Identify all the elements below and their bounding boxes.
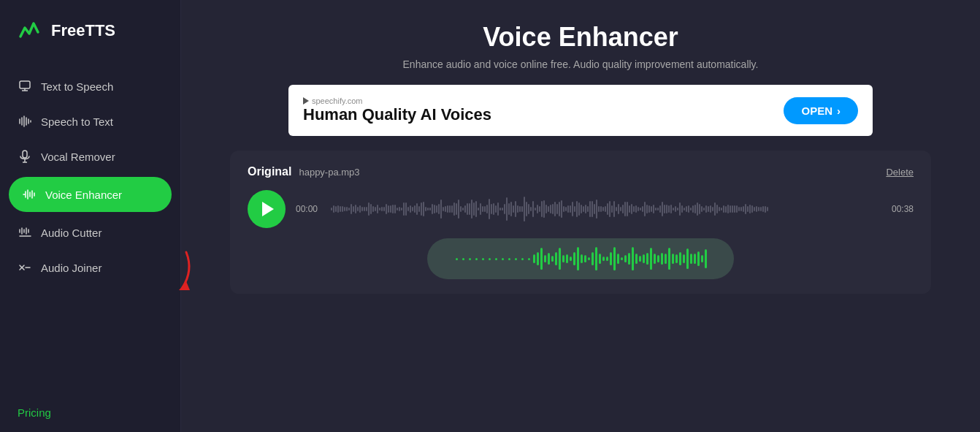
nav-items: Text to Speech Speech to Text [0,61,180,393]
sidebar-item-pricing[interactable]: Pricing [0,393,180,432]
logo-icon [15,16,44,45]
sidebar-item-text-to-speech[interactable]: Text to Speech [0,69,180,104]
sidebar-item-label-enhancer: Voice Enhancer [45,189,122,201]
stt-icon [18,114,32,129]
sidebar-item-label-vocal: Vocal Remover [41,151,115,163]
sidebar: FreeTTS Text to Speech [0,0,181,432]
sidebar-item-audio-cutter[interactable]: Audio Cutter [0,215,180,250]
ad-source: speechify.com [303,96,491,105]
delete-button[interactable]: Delete [886,167,914,178]
sidebar-item-vocal-remover[interactable]: Vocal Remover [0,139,180,174]
play-icon [262,202,274,216]
sidebar-item-label-joiner: Audio Joiner [41,262,102,274]
logo-area: FreeTTS [0,0,180,61]
ad-content: speechify.com Human Quality AI Voices [303,96,491,124]
sidebar-item-label-stt: Speech to Text [41,115,113,128]
sidebar-item-speech-to-text[interactable]: Speech to Text [0,104,180,139]
main-content: Voice Enhancer Enhance audio and voice o… [181,0,980,432]
player-row: 00:00 00:38 [248,190,914,228]
join-icon [18,260,32,275]
audio-label: Original [248,165,291,178]
time-start: 00:00 [296,204,321,214]
enhanced-waveform [427,238,734,279]
pricing-label: Pricing [18,406,51,419]
ad-play-indicator [303,97,309,105]
cut-icon [18,225,32,240]
sidebar-item-label-tts: Text to Speech [41,80,113,93]
svg-rect-9 [23,151,27,158]
time-end: 00:38 [889,204,914,214]
logo-text: FreeTTS [51,21,115,40]
ad-banner: speechify.com Human Quality AI Voices OP… [288,85,873,136]
svg-rect-0 [20,81,30,88]
ad-open-button[interactable]: OPEN › [784,97,858,124]
sidebar-item-label-cutter: Audio Cutter [41,227,102,239]
svg-marker-27 [303,97,309,105]
audio-card: Original happy-pa.mp3 Delete 00:00 00:38 [230,151,931,294]
mic-icon [18,149,32,164]
sidebar-item-audio-joiner[interactable]: Audio Joiner [0,250,180,285]
play-button[interactable] [248,190,286,228]
page-subtitle: Enhance audio and voice online free. Aud… [210,58,951,70]
ad-title: Human Quality AI Voices [303,105,491,124]
audio-filename: happy-pa.mp3 [299,167,359,178]
sidebar-item-voice-enhancer[interactable]: Voice Enhancer [9,177,172,212]
audio-header: Original happy-pa.mp3 Delete [248,165,914,178]
enhancer-icon [22,187,37,202]
tts-icon [18,79,32,94]
waveform [331,190,878,228]
audio-title-group: Original happy-pa.mp3 [248,165,360,178]
page-title: Voice Enhancer [210,22,951,53]
